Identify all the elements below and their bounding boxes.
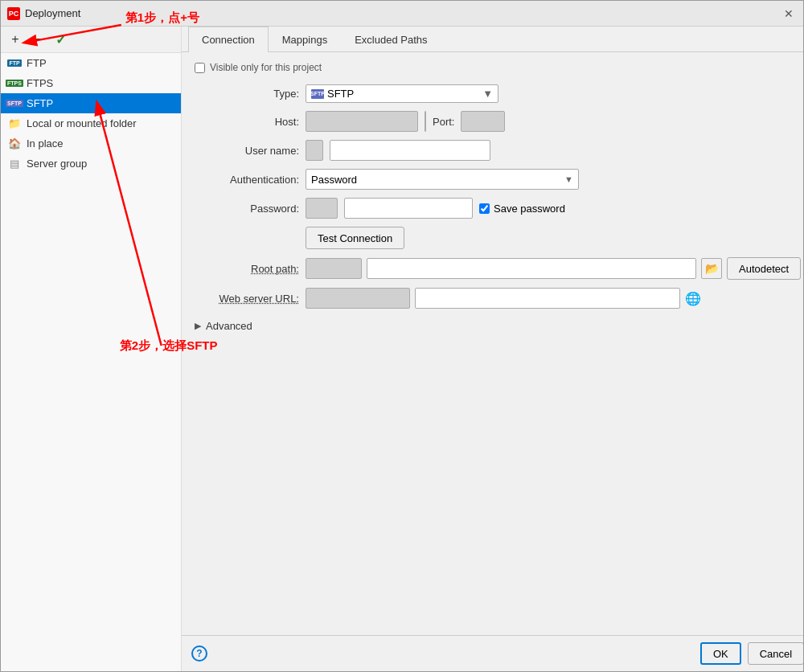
ftps-icon: FTPS [7,78,22,89]
browse-folder-button[interactable]: 📂 [701,258,722,279]
password-blurred-part [306,198,338,219]
auth-label: Authentication: [195,174,299,186]
type-select[interactable]: SFTP SFTP ▼ [306,84,498,103]
advanced-label: Advanced [206,320,252,332]
auth-select-arrow-icon: ▼ [564,174,573,184]
save-password-row: Save password [479,203,565,215]
sidebar-item-sftp-label: SFTP [27,97,53,109]
advanced-section[interactable]: ▶ Advanced [195,320,801,332]
cancel-button[interactable]: Cancel [748,642,803,665]
ftp-icon: FTP [7,58,22,69]
local-folder-icon: 📁 [7,118,22,129]
type-label: Type: [195,88,299,100]
auth-value: Password [311,174,564,186]
advanced-expand-icon: ▶ [195,321,201,331]
port-label: Port: [433,116,454,128]
tab-connection[interactable]: Connection [188,27,269,52]
remove-server-button[interactable]: − [28,30,47,49]
sidebar-item-sftp[interactable]: SFTP SFTP [1,93,181,113]
autodetect-button[interactable]: Autodetect [727,257,801,280]
server-list: FTP FTP FTPS FTPS SFTP SFTP 📁 Local or m… [1,53,181,671]
weburl-input[interactable] [415,288,680,309]
right-panel: Connection Mappings Excluded Paths Visib… [182,27,803,671]
sidebar-item-servergroup-label: Server group [27,158,87,170]
port-input[interactable] [461,111,505,132]
visible-note: Visible only for this project [195,62,801,73]
rootpath-label: Root path: [195,263,299,275]
sidebar: + − ✓ FTP FTP FTPS FTPS SFTP SFTP 📁 [1,27,182,671]
app-icon: PC [7,7,20,20]
host-blurred-part [306,111,418,132]
sftp-icon: SFTP [7,98,22,109]
weburl-label: Web server URL: [195,293,299,305]
tab-excluded-paths[interactable]: Excluded Paths [341,27,441,52]
help-button[interactable]: ? [191,645,207,662]
close-button[interactable]: ✕ [781,6,797,22]
username-row: User name: [195,140,801,161]
auth-select[interactable]: Password ▼ [306,169,579,190]
auth-row: Authentication: Password ▼ [195,169,801,190]
visible-only-label: Visible only for this project [210,62,322,73]
servergroup-icon: ▤ [7,158,22,170]
bottom-bar: ? OK Cancel [182,635,803,671]
sidebar-item-ftps-label: FTPS [27,77,53,89]
visible-only-checkbox[interactable] [195,63,205,73]
sidebar-item-servergroup[interactable]: ▤ Server group [1,154,181,174]
deployment-dialog: 第1步，点+号 第2步，选择SFTP PC Deployment ✕ + − ✓ [0,0,804,672]
title-bar: PC Deployment ✕ [1,1,803,27]
connection-content: Visible only for this project Type: SFTP… [182,52,803,635]
type-select-sftp-icon: SFTP [311,89,324,99]
tab-mappings[interactable]: Mappings [269,27,341,52]
test-connection-button[interactable]: Test Connection [306,227,404,249]
username-input[interactable] [330,140,490,161]
sidebar-toolbar: + − ✓ [1,27,181,53]
weburl-row: Web server URL: 🌐 [195,288,801,309]
sidebar-item-ftp[interactable]: FTP FTP [1,53,181,73]
password-label: Password: [195,203,299,215]
weburl-blurred-part [306,288,410,309]
ok-button[interactable]: OK [700,642,741,665]
username-blurred-part [306,140,323,161]
dialog-buttons: OK Cancel [700,642,803,665]
sidebar-item-ftp-label: FTP [27,57,47,69]
type-select-arrow-icon: ▼ [482,88,493,100]
sidebar-item-local[interactable]: 📁 Local or mounted folder [1,113,181,133]
host-row: Host: Port: [195,111,801,132]
inplace-icon: 🏠 [7,138,22,150]
type-select-value: SFTP [327,88,479,100]
window-title: Deployment [25,7,80,19]
save-password-label: Save password [494,203,565,215]
sidebar-item-local-label: Local or mounted folder [27,117,137,129]
rootpath-input[interactable] [367,258,696,279]
username-label: User name: [195,145,299,157]
rootpath-blurred-part [306,258,362,279]
test-connection-row: Test Connection [306,227,801,249]
password-input[interactable] [344,198,473,219]
host-input[interactable] [425,111,426,132]
confirm-button[interactable]: ✓ [51,30,70,49]
save-password-checkbox[interactable] [479,203,490,214]
add-server-button[interactable]: + [6,30,25,49]
host-label: Host: [195,116,299,128]
rootpath-row: Root path: 📂 Autodetect [195,257,801,280]
globe-icon: 🌐 [685,291,701,306]
sidebar-item-inplace[interactable]: 🏠 In place [1,133,181,154]
sidebar-item-inplace-label: In place [27,137,64,150]
tab-bar: Connection Mappings Excluded Paths [182,27,803,52]
sidebar-item-ftps[interactable]: FTPS FTPS [1,73,181,93]
password-row: Password: Save password [195,198,801,219]
type-row: Type: SFTP SFTP ▼ [195,84,801,103]
